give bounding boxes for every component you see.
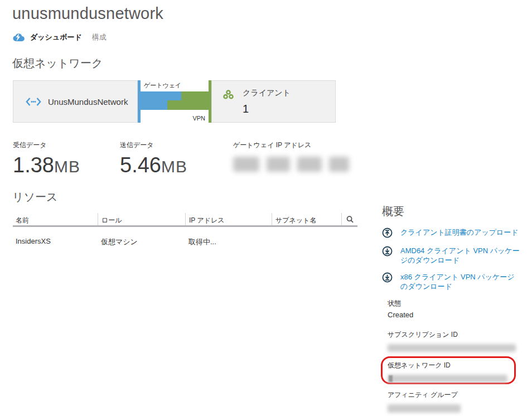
stat-data-in-unit: MB xyxy=(54,157,80,176)
status-label: 状態 xyxy=(388,299,413,308)
stat-data-out-unit: MB xyxy=(161,157,187,176)
vnet-id-peek-char xyxy=(389,375,393,382)
tab-configure[interactable]: 構成 xyxy=(92,32,107,42)
stat-data-out-label: 送信データ xyxy=(120,141,233,150)
download-icon xyxy=(382,246,393,257)
tab-dashboard[interactable]: ダッシュボード xyxy=(12,32,82,42)
cloud-lightning-icon xyxy=(12,33,25,42)
stat-data-in: 受信データ 1.38MB xyxy=(13,141,120,176)
vnet-section-heading: 仮想ネットワーク xyxy=(12,56,103,71)
affinity-group-label: アフィニティ グループ xyxy=(388,390,517,400)
tab-dashboard-label: ダッシュボード xyxy=(30,32,82,42)
stat-data-in-value: 1.38 xyxy=(13,153,54,177)
column-header-name: 名前 xyxy=(13,213,98,225)
vnet-dashboard-page: unusmundusnetwork ダッシュボード 構成 仮想ネットワーク xyxy=(0,0,532,416)
stat-data-out: 送信データ 5.46MB xyxy=(120,141,233,176)
status-field: 状態 Created xyxy=(388,299,413,319)
upload-icon xyxy=(382,228,393,238)
connector-strip-top xyxy=(141,91,209,100)
network-brackets-icon xyxy=(26,97,41,107)
vpn-label: VPN xyxy=(192,115,205,122)
page-title: unusmundusnetwork xyxy=(12,4,163,23)
virtual-network-name: UnusMundusNetwork xyxy=(48,97,128,107)
resources-section-heading: リソース xyxy=(12,190,57,205)
stat-data-in-label: 受信データ xyxy=(13,141,120,150)
table-row[interactable]: InsidersXS 仮想マシン 取得中... xyxy=(13,237,357,247)
column-header-role: ロール xyxy=(98,213,185,225)
stat-data-out-value: 5.46 xyxy=(120,153,161,177)
traffic-stats: 受信データ 1.38MB 送信データ 5.46MB ゲートウェイ IP アドレス xyxy=(13,141,349,176)
quick-links: クライアント証明書のアップロード AMD64 クライアント VPN パッケージの… xyxy=(382,228,520,298)
search-icon xyxy=(346,215,354,224)
download-amd64-vpn-link[interactable]: AMD64 クライアント VPN パッケージのダウンロード xyxy=(382,246,520,265)
client-box-label: クライアント xyxy=(243,88,291,98)
affinity-group-field: アフィニティ グループ xyxy=(388,390,517,413)
stat-gateway-ip-label: ゲートウェイ IP アドレス xyxy=(233,141,349,150)
status-value: Created xyxy=(388,311,413,319)
subscription-id-label: サブスクリプション ID xyxy=(388,330,517,340)
resource-ip: 取得中... xyxy=(185,237,272,247)
resources-table: 名前 ロール IP アドレス サブネット名 InsidersXS 仮想マシン 取… xyxy=(13,213,357,247)
tab-configure-label: 構成 xyxy=(92,32,107,42)
download-amd64-vpn-link-label: AMD64 クライアント VPN パッケージのダウンロード xyxy=(400,246,520,265)
client-box[interactable]: クライアント 1 xyxy=(211,80,336,123)
resource-subnet xyxy=(272,237,275,247)
gateway-ip-redacted-value xyxy=(233,157,349,172)
upload-client-cert-link[interactable]: クライアント証明書のアップロード xyxy=(382,228,520,239)
download-x86-vpn-link[interactable]: x86 クライアント VPN パッケージのダウンロード xyxy=(382,272,520,291)
resource-name: InsidersXS xyxy=(13,237,98,247)
resource-role: 仮想マシン xyxy=(98,237,185,247)
download-x86-vpn-link-label: x86 クライアント VPN パッケージのダウンロード xyxy=(400,272,520,291)
table-search-button[interactable] xyxy=(341,213,357,225)
column-header-ip: IP アドレス xyxy=(185,213,272,225)
client-count: 1 xyxy=(243,103,291,115)
virtual-network-box[interactable]: UnusMundusNetwork xyxy=(13,80,138,123)
gateway-label: ゲートウェイ xyxy=(144,81,181,90)
resources-table-header: 名前 ロール IP アドレス サブネット名 xyxy=(13,213,357,227)
stat-gateway-ip: ゲートウェイ IP アドレス xyxy=(233,141,349,176)
overview-heading: 概要 xyxy=(382,204,520,219)
tab-bar: ダッシュボード 構成 xyxy=(12,32,107,42)
affinity-group-redacted-value xyxy=(388,404,461,413)
clients-icon xyxy=(223,90,234,99)
download-icon xyxy=(382,272,393,283)
upload-client-cert-link-label: クライアント証明書のアップロード xyxy=(400,228,520,237)
column-header-subnet: サブネット名 xyxy=(272,213,341,225)
subscription-id-field: サブスクリプション ID xyxy=(388,330,517,352)
gateway-vpn-connector: ゲートウェイ VPN xyxy=(141,80,209,123)
connector-strip-bottom xyxy=(141,100,209,110)
subscription-id-redacted-value xyxy=(388,344,516,352)
vnet-id-redacted-value xyxy=(388,375,507,383)
vnet-topology-diagram: UnusMundusNetwork ゲートウェイ VPN クライアント 1 xyxy=(13,80,336,123)
overview-panel: 概要 クライアント証明書のアップロード AMD64 クライアント xyxy=(382,204,520,219)
vnet-id-label: 仮想ネットワーク ID xyxy=(388,361,510,370)
vnet-id-field: 仮想ネットワーク ID xyxy=(388,361,510,383)
